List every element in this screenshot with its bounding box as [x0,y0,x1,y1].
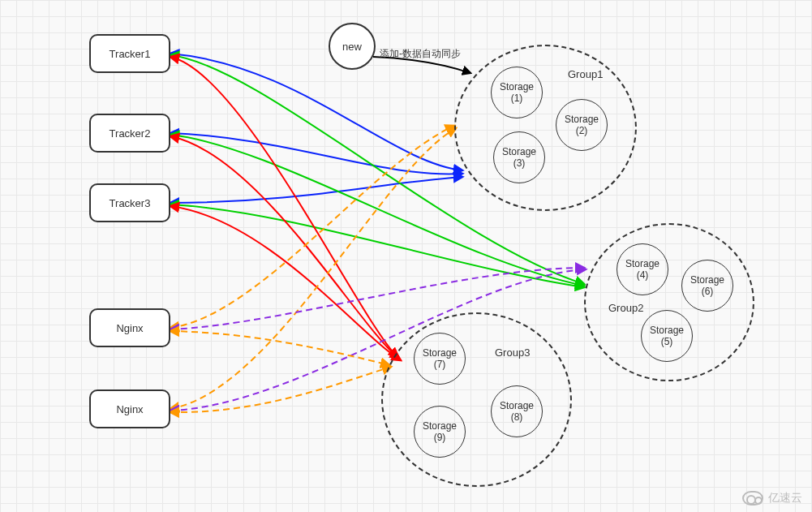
storage-1: Storage (1) [491,67,543,118]
watermark-icon [742,491,763,506]
edge-t3-g3 [170,206,401,360]
edge-n1-g1 [170,126,454,328]
edge-t1-g1 [170,54,462,170]
edge-n2-g3 [170,367,391,412]
group-3-label: Group3 [495,346,530,359]
edge-n1-g3 [170,331,389,365]
tracker-3-label: Tracker3 [110,197,151,209]
edge-t3-g2 [170,204,584,287]
edge-t1-g3 [170,57,397,357]
nginx-2: Nginx [89,389,170,428]
storage-9: Storage (9) [414,406,466,458]
storage-4: Storage (4) [617,243,668,295]
storage-2: Storage (2) [556,99,608,151]
group-3 [381,312,572,487]
group-2-label: Group2 [608,302,643,314]
nginx-1-label: Nginx [116,322,143,334]
edge-n1-g2 [170,268,584,329]
storage-6: Storage (6) [681,260,733,312]
storage-5: Storage (5) [641,310,693,362]
storage-8: Storage (8) [491,385,543,437]
new-node: new [329,23,376,70]
group-1-label: Group1 [568,68,603,80]
tracker-2: Tracker2 [89,114,170,153]
tracker-1: Tracker1 [89,34,170,73]
new-node-label: new [342,41,362,53]
nginx-2-label: Nginx [116,403,143,415]
edge-t2-g3 [170,136,399,359]
watermark: 亿速云 [742,491,802,506]
watermark-text: 亿速云 [768,491,802,506]
tracker-2-label: Tracker2 [110,127,151,140]
edge-t2-g1 [170,133,462,174]
tracker-3: Tracker3 [89,183,170,222]
annotation-new-to-group: 添加-数据自动同步 [380,47,461,61]
edge-t3-g1 [170,177,462,203]
group-1 [454,45,637,211]
storage-3: Storage (3) [493,131,545,183]
storage-7: Storage (7) [414,333,466,385]
nginx-1: Nginx [89,308,170,347]
tracker-1-label: Tracker1 [110,48,151,60]
